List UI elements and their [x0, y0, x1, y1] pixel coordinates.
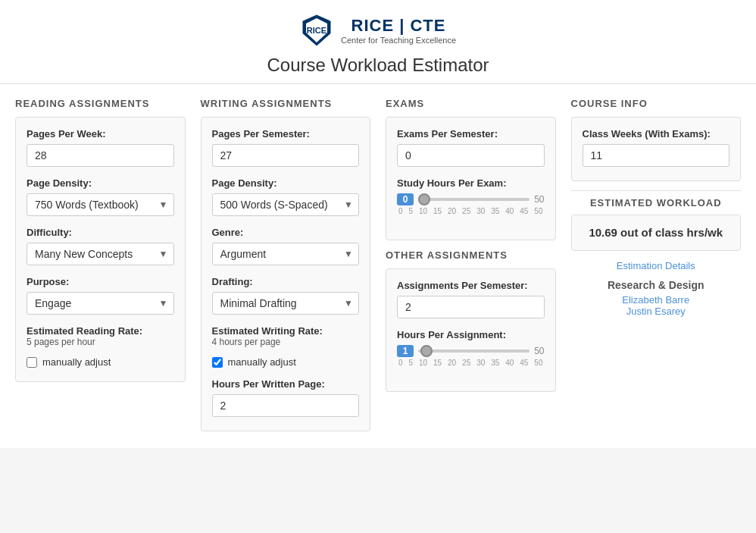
reading-card: Pages Per Week: Page Density: 750 Words … [15, 117, 186, 382]
svg-text:RICE: RICE [307, 26, 326, 35]
hours-per-assignment-slider-section: Hours Per Assignment: 1 50 0510152025303… [397, 329, 545, 367]
hours-per-assignment-bubble: 1 [397, 345, 414, 357]
assignments-per-semester-label: Assignments Per Semester: [397, 280, 545, 291]
pages-per-semester-label: Pages Per Semester: [212, 128, 360, 140]
difficulty-select[interactable]: Many New Concepts Some New Concepts Most… [27, 243, 174, 265]
writing-page-density-label: Page Density: [212, 177, 360, 189]
research-design-title: Research & Design [571, 279, 742, 291]
logo-text-block: RICE | CTE Center for Teaching Excellenc… [341, 16, 456, 45]
genre-label: Genre: [212, 227, 360, 238]
exams-per-semester-input[interactable] [397, 144, 545, 167]
researcher-name1: Elizabeth Barre [571, 294, 742, 306]
pages-per-week-label: Pages Per Week: [27, 128, 174, 140]
course-info-section: COURSE INFO Class Weeks (With Exams): ES… [564, 98, 749, 441]
pages-per-semester-input[interactable] [212, 144, 360, 167]
exams-section: EXAMS Exams Per Semester: Study Hours Pe… [378, 98, 564, 441]
divider [571, 190, 742, 191]
estimation-details-row: Estimation Details [571, 260, 742, 271]
logo-subtitle: Center for Teaching Excellence [341, 36, 456, 45]
rice-shield-icon: RICE [300, 14, 333, 47]
writing-manually-adjust-checkbox[interactable] [212, 357, 223, 368]
estimated-writing-rate-label: Estimated Writing Rate: [212, 325, 323, 337]
reading-page-density-wrap: 750 Words (Textbook) 500 Words (S-Spaced… [27, 193, 174, 216]
estimated-reading-rate: Estimated Reading Rate: 5 pages per hour [27, 325, 174, 347]
workload-box: 10.69 out of class hrs/wk [571, 215, 742, 251]
logo-area: RICE RICE | CTE Center for Teaching Exce… [0, 14, 756, 47]
hours-per-assignment-ticks: 05101520253035404550 [397, 359, 545, 367]
reading-manually-adjust-row: manually adjust [27, 356, 174, 368]
logo-title: RICE | CTE [351, 16, 446, 35]
genre-wrap: Argument Summary Lab Report Creative ▼ [212, 243, 360, 265]
workload-value: 10.69 out of class hrs/wk [589, 226, 723, 239]
hours-per-assignment-max: 50 [534, 346, 544, 356]
reading-page-density-label: Page Density: [27, 177, 174, 189]
hours-per-written-page-section: Hours Per Written Page: [212, 378, 360, 417]
purpose-label: Purpose: [27, 276, 174, 287]
study-hours-max: 50 [534, 194, 544, 205]
difficulty-wrap: Many New Concepts Some New Concepts Most… [27, 243, 174, 265]
purpose-select[interactable]: Engage Survey Master [27, 292, 174, 315]
study-hours-slider[interactable] [418, 198, 530, 201]
purpose-wrap: Engage Survey Master ▼ [27, 292, 174, 315]
study-hours-bubble: 0 [397, 193, 414, 205]
researcher-name2: Justin Esarey [571, 306, 742, 317]
hours-per-assignment-track-row: 1 50 [397, 345, 545, 357]
writing-page-density-wrap: 750 Words (Textbook) 500 Words (S-Spaced… [212, 193, 360, 216]
difficulty-label: Difficulty: [27, 227, 174, 238]
other-assignments-title: OTHER ASSIGNMENTS [386, 249, 556, 261]
reading-section: READING ASSIGNMENTS Pages Per Week: Page… [8, 98, 193, 441]
page-header: RICE RICE | CTE Center for Teaching Exce… [0, 0, 756, 84]
writing-page-density-select[interactable]: 750 Words (Textbook) 500 Words (S-Spaced… [212, 193, 360, 216]
study-hours-track-row: 0 50 [397, 193, 545, 205]
reading-manually-adjust-label[interactable]: manually adjust [42, 356, 111, 368]
assignments-per-semester-input[interactable] [397, 296, 545, 318]
estimated-writing-rate: Estimated Writing Rate: 4 hours per page [212, 325, 360, 347]
class-weeks-input[interactable] [583, 144, 730, 167]
writing-card: Pages Per Semester: Page Density: 750 Wo… [201, 117, 371, 431]
estimated-writing-rate-value: 4 hours per page [212, 337, 281, 347]
hours-per-written-page-label: Hours Per Written Page: [212, 378, 360, 390]
reading-section-title: READING ASSIGNMENTS [15, 98, 186, 109]
hours-per-assignment-label: Hours Per Assignment: [397, 329, 545, 340]
class-weeks-label: Class Weeks (With Exams): [583, 128, 730, 140]
estimated-workload-title: ESTIMATED WORKLOAD [571, 197, 742, 208]
course-info-title: COURSE INFO [571, 98, 742, 109]
exams-card: Exams Per Semester: Study Hours Per Exam… [386, 117, 556, 240]
drafting-label: Drafting: [212, 276, 360, 287]
estimated-reading-rate-label: Estimated Reading Rate: [27, 325, 142, 337]
drafting-wrap: Minimal Drafting Some Drafting Extensive… [212, 292, 360, 315]
reading-page-density-select[interactable]: 750 Words (Textbook) 500 Words (S-Spaced… [27, 193, 174, 216]
study-hours-ticks: 05101520253035404550 [397, 207, 545, 215]
drafting-select[interactable]: Minimal Drafting Some Drafting Extensive… [212, 292, 360, 315]
writing-manually-adjust-label[interactable]: manually adjust [228, 356, 296, 368]
other-assignments-card: Assignments Per Semester: Hours Per Assi… [386, 268, 556, 392]
hours-per-written-page-input[interactable] [212, 394, 360, 417]
reading-manually-adjust-checkbox[interactable] [27, 357, 37, 368]
writing-section: WRITING ASSIGNMENTS Pages Per Semester: … [193, 98, 379, 441]
main-content: READING ASSIGNMENTS Pages Per Week: Page… [0, 84, 756, 448]
hours-per-assignment-slider[interactable] [418, 350, 530, 353]
writing-section-title: WRITING ASSIGNMENTS [201, 98, 371, 109]
estimation-details-link[interactable]: Estimation Details [571, 260, 742, 271]
course-info-card: Class Weeks (With Exams): [571, 117, 742, 181]
study-hours-slider-section: Study Hours Per Exam: 0 50 0510152025303… [397, 177, 545, 215]
genre-select[interactable]: Argument Summary Lab Report Creative [212, 243, 360, 265]
exams-per-semester-label: Exams Per Semester: [397, 128, 545, 140]
estimated-reading-rate-value: 5 pages per hour [27, 337, 95, 347]
exams-section-title: EXAMS [386, 98, 556, 109]
page-title: Course Workload Estimator [0, 55, 756, 76]
study-hours-label: Study Hours Per Exam: [397, 177, 545, 189]
writing-manually-adjust-row: manually adjust [212, 356, 360, 368]
pages-per-week-input[interactable] [27, 144, 174, 167]
research-box: Research & Design Elizabeth Barre Justin… [571, 279, 742, 317]
